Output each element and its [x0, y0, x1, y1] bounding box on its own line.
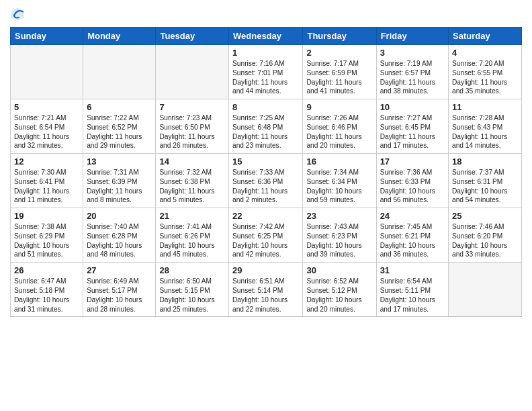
- day-number: 17: [380, 156, 445, 167]
- day-number: 12: [14, 156, 79, 167]
- day-cell: 1Sunrise: 7:16 AM Sunset: 7:01 PM Daylig…: [229, 45, 303, 99]
- day-cell: 23Sunrise: 7:43 AM Sunset: 6:23 PM Dayli…: [303, 208, 376, 263]
- day-number: 30: [306, 265, 372, 275]
- day-info: Sunrise: 7:30 AM Sunset: 6:41 PM Dayligh…: [14, 168, 79, 205]
- day-info: Sunrise: 7:31 AM Sunset: 6:39 PM Dayligh…: [87, 168, 152, 205]
- day-number: 23: [306, 211, 372, 221]
- day-number: 29: [232, 265, 299, 275]
- header: [10, 7, 522, 21]
- day-cell: 31Sunrise: 6:54 AM Sunset: 5:11 PM Dayli…: [376, 263, 448, 317]
- day-info: Sunrise: 7:46 AM Sunset: 6:20 PM Dayligh…: [452, 222, 518, 259]
- week-row-1: 5Sunrise: 7:21 AM Sunset: 6:54 PM Daylig…: [11, 99, 522, 154]
- day-number: 20: [87, 211, 152, 221]
- day-info: Sunrise: 7:22 AM Sunset: 6:52 PM Dayligh…: [87, 113, 152, 150]
- day-cell: 10Sunrise: 7:27 AM Sunset: 6:45 PM Dayli…: [376, 99, 448, 154]
- col-header-tuesday: Tuesday: [156, 28, 229, 45]
- day-number: 15: [232, 156, 299, 167]
- col-header-thursday: Thursday: [303, 28, 376, 45]
- calendar-table: SundayMondayTuesdayWednesdayThursdayFrid…: [10, 27, 522, 317]
- day-cell: 19Sunrise: 7:38 AM Sunset: 6:29 PM Dayli…: [11, 208, 83, 263]
- day-info: Sunrise: 7:16 AM Sunset: 7:01 PM Dayligh…: [232, 59, 299, 96]
- day-info: Sunrise: 7:32 AM Sunset: 6:38 PM Dayligh…: [159, 168, 225, 205]
- week-row-2: 12Sunrise: 7:30 AM Sunset: 6:41 PM Dayli…: [11, 154, 522, 208]
- day-info: Sunrise: 7:40 AM Sunset: 6:28 PM Dayligh…: [87, 222, 152, 259]
- day-number: 26: [14, 265, 79, 275]
- day-number: 1: [232, 48, 299, 58]
- day-cell: 4Sunrise: 7:20 AM Sunset: 6:55 PM Daylig…: [449, 45, 522, 99]
- day-info: Sunrise: 6:47 AM Sunset: 5:18 PM Dayligh…: [14, 277, 79, 314]
- day-cell: 24Sunrise: 7:45 AM Sunset: 6:21 PM Dayli…: [376, 208, 448, 263]
- day-info: Sunrise: 7:33 AM Sunset: 6:36 PM Dayligh…: [232, 168, 299, 205]
- svg-marker-0: [11, 7, 24, 20]
- day-cell: 14Sunrise: 7:32 AM Sunset: 6:38 PM Dayli…: [156, 154, 229, 208]
- col-header-sunday: Sunday: [11, 28, 83, 45]
- day-number: 13: [87, 156, 152, 167]
- day-number: 31: [380, 265, 445, 275]
- day-number: 19: [14, 211, 79, 221]
- day-cell: 18Sunrise: 7:37 AM Sunset: 6:31 PM Dayli…: [449, 154, 522, 208]
- day-cell: 21Sunrise: 7:41 AM Sunset: 6:26 PM Dayli…: [156, 208, 229, 263]
- day-cell: 28Sunrise: 6:50 AM Sunset: 5:15 PM Dayli…: [156, 263, 229, 317]
- day-info: Sunrise: 7:36 AM Sunset: 6:33 PM Dayligh…: [380, 168, 445, 205]
- day-cell: 29Sunrise: 6:51 AM Sunset: 5:14 PM Dayli…: [229, 263, 303, 317]
- day-number: 5: [14, 102, 79, 112]
- day-number: 6: [87, 102, 152, 112]
- day-number: 21: [159, 211, 225, 221]
- col-header-saturday: Saturday: [449, 28, 522, 45]
- day-number: 4: [452, 48, 518, 58]
- day-number: 16: [306, 156, 372, 167]
- calendar-page: SundayMondayTuesdayWednesdayThursdayFrid…: [0, 0, 532, 327]
- day-cell: 13Sunrise: 7:31 AM Sunset: 6:39 PM Dayli…: [83, 154, 156, 208]
- day-cell: 22Sunrise: 7:42 AM Sunset: 6:25 PM Dayli…: [229, 208, 303, 263]
- day-info: Sunrise: 7:42 AM Sunset: 6:25 PM Dayligh…: [232, 222, 299, 259]
- day-info: Sunrise: 7:20 AM Sunset: 6:55 PM Dayligh…: [452, 59, 518, 96]
- day-cell: 5Sunrise: 7:21 AM Sunset: 6:54 PM Daylig…: [11, 99, 83, 154]
- day-cell: [11, 45, 83, 99]
- day-number: 18: [452, 156, 518, 167]
- day-number: 11: [452, 102, 518, 112]
- day-info: Sunrise: 6:52 AM Sunset: 5:12 PM Dayligh…: [306, 277, 372, 314]
- day-cell: 2Sunrise: 7:17 AM Sunset: 6:59 PM Daylig…: [303, 45, 376, 99]
- day-number: 3: [380, 48, 445, 58]
- day-info: Sunrise: 7:38 AM Sunset: 6:29 PM Dayligh…: [14, 222, 79, 259]
- day-cell: 8Sunrise: 7:25 AM Sunset: 6:48 PM Daylig…: [229, 99, 303, 154]
- day-number: 7: [159, 102, 225, 112]
- day-info: Sunrise: 7:17 AM Sunset: 6:59 PM Dayligh…: [306, 59, 372, 96]
- day-info: Sunrise: 7:34 AM Sunset: 6:34 PM Dayligh…: [306, 168, 372, 205]
- day-number: 8: [232, 102, 299, 112]
- week-row-4: 26Sunrise: 6:47 AM Sunset: 5:18 PM Dayli…: [11, 263, 522, 317]
- day-info: Sunrise: 6:54 AM Sunset: 5:11 PM Dayligh…: [380, 277, 445, 314]
- day-number: 14: [159, 156, 225, 167]
- day-number: 9: [306, 102, 372, 112]
- col-header-monday: Monday: [83, 28, 156, 45]
- day-number: 25: [452, 211, 518, 221]
- week-row-3: 19Sunrise: 7:38 AM Sunset: 6:29 PM Dayli…: [11, 208, 522, 263]
- day-cell: 7Sunrise: 7:23 AM Sunset: 6:50 PM Daylig…: [156, 99, 229, 154]
- day-cell: 26Sunrise: 6:47 AM Sunset: 5:18 PM Dayli…: [11, 263, 83, 317]
- day-info: Sunrise: 7:27 AM Sunset: 6:45 PM Dayligh…: [380, 113, 445, 150]
- day-cell: 3Sunrise: 7:19 AM Sunset: 6:57 PM Daylig…: [376, 45, 448, 99]
- logo-icon: [10, 7, 25, 21]
- day-number: 28: [159, 265, 225, 275]
- col-header-friday: Friday: [376, 28, 448, 45]
- calendar-header-row: SundayMondayTuesdayWednesdayThursdayFrid…: [11, 28, 522, 45]
- day-info: Sunrise: 7:28 AM Sunset: 6:43 PM Dayligh…: [452, 113, 518, 150]
- day-cell: 6Sunrise: 7:22 AM Sunset: 6:52 PM Daylig…: [83, 99, 156, 154]
- day-info: Sunrise: 7:41 AM Sunset: 6:26 PM Dayligh…: [159, 222, 225, 259]
- day-info: Sunrise: 7:19 AM Sunset: 6:57 PM Dayligh…: [380, 59, 445, 96]
- day-cell: [156, 45, 229, 99]
- day-number: 24: [380, 211, 445, 221]
- day-cell: 25Sunrise: 7:46 AM Sunset: 6:20 PM Dayli…: [449, 208, 522, 263]
- day-info: Sunrise: 7:21 AM Sunset: 6:54 PM Dayligh…: [14, 113, 79, 150]
- day-info: Sunrise: 6:49 AM Sunset: 5:17 PM Dayligh…: [87, 277, 152, 314]
- day-cell: 27Sunrise: 6:49 AM Sunset: 5:17 PM Dayli…: [83, 263, 156, 317]
- day-info: Sunrise: 7:37 AM Sunset: 6:31 PM Dayligh…: [452, 168, 518, 205]
- day-cell: 30Sunrise: 6:52 AM Sunset: 5:12 PM Dayli…: [303, 263, 376, 317]
- day-cell: [449, 263, 522, 317]
- day-cell: 16Sunrise: 7:34 AM Sunset: 6:34 PM Dayli…: [303, 154, 376, 208]
- day-number: 27: [87, 265, 152, 275]
- col-header-wednesday: Wednesday: [229, 28, 303, 45]
- day-cell: 9Sunrise: 7:26 AM Sunset: 6:46 PM Daylig…: [303, 99, 376, 154]
- day-info: Sunrise: 7:43 AM Sunset: 6:23 PM Dayligh…: [306, 222, 372, 259]
- day-info: Sunrise: 6:50 AM Sunset: 5:15 PM Dayligh…: [159, 277, 225, 314]
